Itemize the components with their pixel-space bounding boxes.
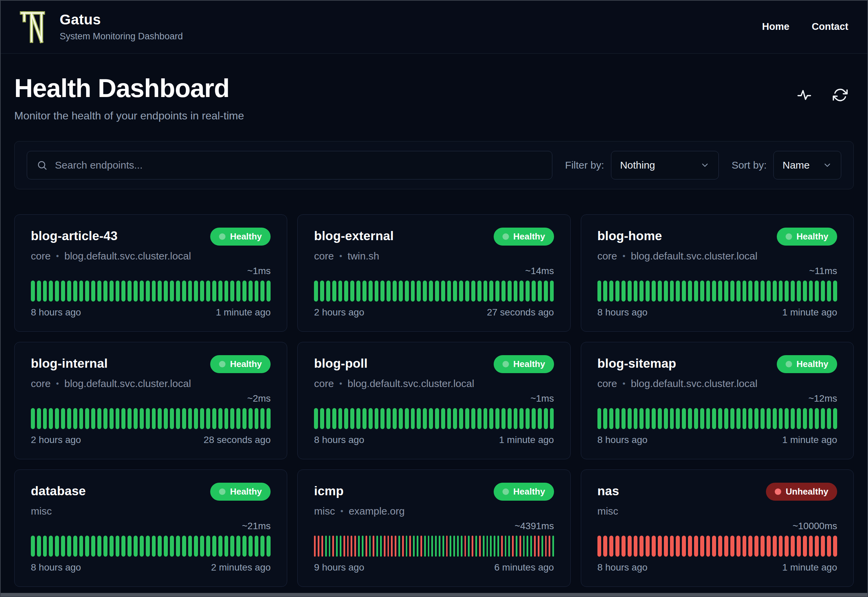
status-bar[interactable] <box>498 536 499 557</box>
status-bar[interactable] <box>73 408 77 429</box>
status-bar[interactable] <box>724 408 728 429</box>
status-bar[interactable] <box>170 536 174 557</box>
status-bar[interactable] <box>146 408 150 429</box>
status-bar[interactable] <box>815 408 819 429</box>
status-bar[interactable] <box>785 536 789 557</box>
status-bar[interactable] <box>31 408 35 429</box>
status-bar[interactable] <box>465 408 469 429</box>
status-bar[interactable] <box>391 536 393 557</box>
status-bar[interactable] <box>351 536 352 557</box>
status-bar[interactable] <box>457 536 459 557</box>
status-bar[interactable] <box>489 408 493 429</box>
status-bar[interactable] <box>158 408 162 429</box>
status-bar[interactable] <box>538 408 542 429</box>
status-bar[interactable] <box>514 408 518 429</box>
status-bar[interactable] <box>249 281 253 301</box>
status-bar[interactable] <box>85 536 89 557</box>
status-bar[interactable] <box>152 281 156 301</box>
status-bar[interactable] <box>791 281 795 301</box>
status-bar[interactable] <box>200 536 204 557</box>
status-bar[interactable] <box>791 408 795 429</box>
status-bar[interactable] <box>532 408 536 429</box>
status-bar[interactable] <box>520 408 523 429</box>
status-bar[interactable] <box>501 536 503 557</box>
status-bar[interactable] <box>538 281 542 301</box>
status-bar[interactable] <box>821 408 825 429</box>
status-bar[interactable] <box>326 281 330 301</box>
status-bar[interactable] <box>615 536 619 557</box>
status-bar[interactable] <box>658 281 662 301</box>
status-bar[interactable] <box>329 536 330 557</box>
nav-link-home[interactable]: Home <box>762 21 789 32</box>
status-bar[interactable] <box>347 536 349 557</box>
status-bar[interactable] <box>664 536 668 557</box>
endpoint-card[interactable]: blog-external Healthy core • twin.sh ~14… <box>297 214 570 332</box>
status-bar[interactable] <box>405 281 409 301</box>
status-bar[interactable] <box>544 408 548 429</box>
status-bar[interactable] <box>785 281 789 301</box>
status-bar[interactable] <box>490 536 492 557</box>
status-bar[interactable] <box>402 536 404 557</box>
status-bar[interactable] <box>505 536 507 557</box>
status-bar[interactable] <box>375 408 379 429</box>
sort-select[interactable]: Name <box>773 151 841 180</box>
status-bar[interactable] <box>791 536 795 557</box>
status-bar[interactable] <box>736 536 741 557</box>
status-bar[interactable] <box>634 536 638 557</box>
status-bar[interactable] <box>520 536 521 557</box>
status-bar[interactable] <box>628 536 632 557</box>
status-bar[interactable] <box>453 408 457 429</box>
status-bar[interactable] <box>483 281 487 301</box>
status-bar[interactable] <box>381 408 385 429</box>
status-bar[interactable] <box>212 536 216 557</box>
status-bar[interactable] <box>399 281 403 301</box>
status-bar[interactable] <box>688 536 692 557</box>
status-bar[interactable] <box>79 536 83 557</box>
status-bar[interactable] <box>350 281 354 301</box>
status-bar[interactable] <box>748 281 752 301</box>
status-bar[interactable] <box>127 408 132 429</box>
status-bar[interactable] <box>369 281 373 301</box>
status-bar[interactable] <box>682 281 686 301</box>
status-bar[interactable] <box>182 408 186 429</box>
status-bar[interactable] <box>212 281 216 301</box>
status-bar[interactable] <box>37 408 41 429</box>
status-bar[interactable] <box>634 281 638 301</box>
status-bar[interactable] <box>158 281 162 301</box>
status-bar[interactable] <box>453 536 455 557</box>
status-bar[interactable] <box>121 536 126 557</box>
status-bar[interactable] <box>471 281 475 301</box>
status-bar[interactable] <box>121 281 126 301</box>
status-bar[interactable] <box>321 536 323 557</box>
search-input[interactable] <box>55 159 542 171</box>
search-box[interactable] <box>27 151 552 180</box>
status-bar[interactable] <box>336 536 338 557</box>
status-bar[interactable] <box>508 281 512 301</box>
status-bar[interactable] <box>188 281 192 301</box>
status-bar[interactable] <box>164 408 168 429</box>
status-bar[interactable] <box>827 536 831 557</box>
status-bar[interactable] <box>332 408 336 429</box>
status-bar[interactable] <box>809 536 813 557</box>
status-bar[interactable] <box>477 281 481 301</box>
status-bar[interactable] <box>706 536 710 557</box>
status-bar[interactable] <box>712 408 716 429</box>
status-bar[interactable] <box>314 281 318 301</box>
status-bar[interactable] <box>465 281 469 301</box>
status-bar[interactable] <box>230 281 234 301</box>
status-bar[interactable] <box>85 408 89 429</box>
status-bar[interactable] <box>429 281 433 301</box>
status-bar[interactable] <box>809 408 813 429</box>
status-bar[interactable] <box>79 408 83 429</box>
status-bar[interactable] <box>459 408 463 429</box>
status-bar[interactable] <box>453 281 457 301</box>
status-bar[interactable] <box>754 281 758 301</box>
status-bar[interactable] <box>417 281 421 301</box>
status-bar[interactable] <box>785 408 789 429</box>
status-bar[interactable] <box>827 281 831 301</box>
status-bar[interactable] <box>417 536 418 557</box>
status-bar[interactable] <box>833 536 837 557</box>
status-bar[interactable] <box>694 281 698 301</box>
status-bar[interactable] <box>530 536 532 557</box>
status-bar[interactable] <box>194 281 198 301</box>
